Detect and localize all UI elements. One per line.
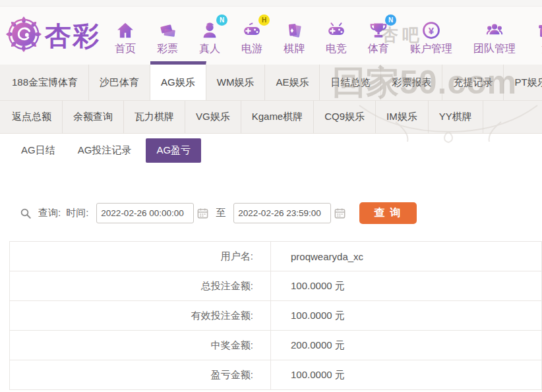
tab-r1-3[interactable]: AG娱乐 — [150, 61, 206, 100]
subtab-1[interactable]: AG日结 — [13, 139, 63, 162]
nav-item-6[interactable]: 电竞 — [315, 18, 357, 56]
tab-r1-4[interactable]: WM娱乐 — [206, 65, 266, 100]
nav-badge: N — [385, 14, 396, 26]
nav-item-label: 真人 — [199, 42, 220, 56]
tab-r1-1[interactable]: 188金宝博体育 — [1, 65, 89, 100]
tab-r2-1[interactable]: 返点总额 — [1, 101, 63, 133]
nav-item-label: 团队管理 — [473, 42, 516, 56]
nav-icon-wrap — [485, 18, 504, 40]
esports-gamepad-icon — [326, 20, 346, 40]
tab-r2-8[interactable]: YY棋牌 — [429, 101, 483, 133]
header: 杏彩 首页彩票N真人H电游棋牌电竞N体育¥账户管理团队管理活 — [0, 7, 542, 65]
tab-row-1: 188金宝博体育沙巴体育AG娱乐WM娱乐AE娱乐日结总览彩票报表充提记录PT娱乐… — [0, 65, 542, 101]
nav-icon-wrap: ¥ — [421, 18, 441, 40]
tab-row-2: 返点总额余额查询瓦力棋牌VG娱乐Kgame棋牌CQ9娱乐IM娱乐YY棋牌 — [0, 101, 542, 134]
tab-r1-2[interactable]: 沙巴体育 — [89, 65, 150, 100]
nav-item-label: 首页 — [115, 42, 136, 56]
nav-badge: N — [216, 14, 227, 26]
nav-item-10[interactable]: 活 — [526, 18, 542, 56]
top-nav: 首页彩票N真人H电游棋牌电竞N体育¥账户管理团队管理活 — [104, 13, 542, 59]
row-value: 100.0000 元 — [271, 271, 541, 300]
nav-badge: H — [258, 14, 270, 26]
live-person-icon — [200, 20, 220, 40]
trophy-icon — [369, 20, 388, 40]
nav-item-label: 体育 — [368, 42, 389, 56]
tab-r1-7[interactable]: 彩票报表 — [381, 65, 442, 100]
nav-item-3[interactable]: N真人 — [189, 18, 231, 56]
subtab-3[interactable]: AG盈亏 — [146, 138, 201, 163]
table-row: 总投注金额:100.0000 元 — [10, 271, 541, 301]
calendar-icon-start[interactable] — [196, 207, 209, 219]
nav-icon-wrap — [115, 18, 135, 40]
tab-r2-2[interactable]: 余额查询 — [63, 101, 124, 133]
query-label: 查询: — [38, 207, 61, 219]
svg-text:¥: ¥ — [429, 25, 435, 36]
tab-r1-5[interactable]: AE娱乐 — [265, 65, 320, 100]
top-strip — [0, 0, 542, 7]
search-icon — [20, 208, 32, 219]
nav-item-label: 彩票 — [157, 42, 178, 56]
nav-icon-wrap — [326, 18, 346, 40]
table-row: 用户名:proqwearyda_xc — [10, 242, 541, 271]
table-row: 中奖金额:200.0000 元 — [10, 331, 541, 360]
row-label: 总投注金额: — [10, 271, 271, 300]
nav-icon-wrap — [537, 18, 542, 40]
nav-item-4[interactable]: H电游 — [231, 18, 273, 56]
table-row: 盈亏金额:100.0000 元 — [10, 360, 541, 390]
nav-item-5[interactable]: 棋牌 — [273, 18, 315, 56]
report-table: 用户名:proqwearyda_xc总投注金额:100.0000 元有效投注金额… — [9, 241, 542, 390]
tab-r2-3[interactable]: 瓦力棋牌 — [124, 101, 185, 133]
gamepad-icon — [242, 20, 262, 40]
nav-item-label: 电竞 — [326, 42, 347, 56]
nav-item-2[interactable]: 彩票 — [146, 18, 189, 56]
tab-r2-5[interactable]: Kgame棋牌 — [241, 101, 315, 133]
tab-r1-6[interactable]: 日结总览 — [320, 65, 381, 100]
row-value: 100.0000 元 — [271, 360, 541, 389]
home-icon — [115, 20, 135, 40]
tab-r2-6[interactable]: CQ9娱乐 — [314, 101, 376, 133]
nav-icon-wrap — [158, 18, 177, 40]
page: { "brand": { "name": "杏彩" }, "nav": { "i… — [0, 0, 542, 392]
end-time-input[interactable] — [233, 203, 331, 223]
table-row: 有效投注金额:100.0000 元 — [10, 301, 541, 331]
query-submit-button[interactable]: 查 询 — [359, 202, 416, 224]
nav-item-8[interactable]: ¥账户管理 — [400, 18, 463, 56]
row-value: proqwearyda_xc — [271, 242, 541, 271]
yuan-coin-icon: ¥ — [421, 20, 441, 40]
to-label: 至 — [216, 207, 226, 219]
nav-icon-wrap: N — [200, 18, 220, 40]
tab-r2-4[interactable]: VG娱乐 — [185, 101, 241, 133]
row-label: 中奖金额: — [10, 331, 271, 360]
subtab-2[interactable]: AG投注记录 — [70, 139, 140, 162]
row-label: 有效投注金额: — [10, 301, 271, 330]
brand-name: 杏彩 — [45, 18, 100, 54]
nav-item-7[interactable]: N体育 — [357, 18, 400, 56]
query-form: 查询: 时间: 至 查 询 — [20, 202, 542, 224]
nav-icon-wrap — [284, 18, 304, 40]
row-value: 200.0000 元 — [271, 331, 541, 360]
start-time-input[interactable] — [96, 203, 194, 223]
row-label: 用户名: — [10, 242, 271, 271]
tab-r1-9[interactable]: PT娱乐 — [504, 65, 542, 100]
cards-icon — [284, 20, 304, 40]
gift-icon — [537, 20, 542, 40]
tab-r2-7[interactable]: IM娱乐 — [376, 101, 429, 133]
nav-item-9[interactable]: 团队管理 — [463, 18, 526, 56]
logo-emblem-icon — [5, 16, 42, 55]
nav-item-label: 电游 — [241, 42, 262, 56]
nav-item-1[interactable]: 首页 — [104, 18, 146, 56]
time-label: 时间: — [66, 207, 88, 219]
ticket-icon — [158, 20, 177, 40]
row-value: 100.0000 元 — [271, 301, 541, 330]
calendar-icon-end[interactable] — [334, 207, 346, 219]
nav-icon-wrap: H — [242, 18, 262, 40]
nav-item-label: 账户管理 — [410, 42, 452, 56]
brand-logo[interactable]: 杏彩 — [5, 16, 104, 55]
tab-r1-8[interactable]: 充提记录 — [442, 65, 504, 100]
team-icon — [485, 20, 504, 40]
nav-item-label: 棋牌 — [284, 42, 305, 56]
row-label: 盈亏金额: — [10, 360, 271, 389]
subtab-row: AG日结AG投注记录AG盈亏 — [0, 134, 542, 167]
nav-icon-wrap: N — [369, 18, 388, 40]
